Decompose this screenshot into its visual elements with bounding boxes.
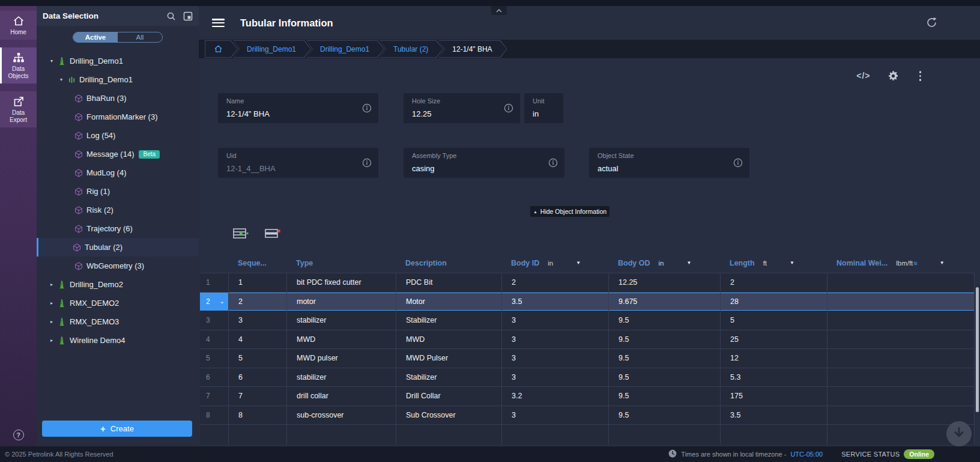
state-field[interactable]: Object Stateactual	[589, 148, 749, 178]
chevron-down-icon[interactable]: ▾	[47, 58, 56, 64]
chevron-down-icon[interactable]: ▾	[57, 77, 65, 82]
info-icon[interactable]	[733, 158, 743, 170]
code-view-icon[interactable]: </>	[856, 71, 870, 81]
table-cell[interactable]	[827, 311, 975, 330]
collapse-panel-tab[interactable]	[491, 6, 507, 15]
row-number-cell[interactable]: 1	[200, 273, 228, 292]
unit-dropdown-caret-icon[interactable]: ▼	[576, 260, 581, 266]
refresh-icon[interactable]	[925, 16, 938, 31]
table-cell[interactable]: 3	[501, 368, 608, 387]
table-cell[interactable]: motor	[286, 293, 396, 311]
tree-item-bharun-3-[interactable]: BhaRun (3)	[37, 89, 199, 108]
table-cell[interactable]: 3	[501, 311, 608, 330]
column-header-body-id[interactable]: Body IDin▼	[501, 259, 608, 267]
chevron-right-icon[interactable]: ▸	[47, 338, 56, 343]
rail-item-home[interactable]: Home	[0, 11, 37, 40]
tree-item-trajectory-6-[interactable]: Trajectory (6)	[37, 219, 199, 238]
table-cell[interactable]: 5	[228, 349, 286, 368]
tree-item-rmx-demo3[interactable]: ▸RMX_DEMO3	[37, 312, 199, 331]
table-cell[interactable]: 3	[501, 349, 608, 368]
table-cell[interactable]: 28	[720, 293, 827, 311]
tree-item-formationmarker-3-[interactable]: FormationMarker (3)	[37, 108, 199, 126]
insert-row-icon[interactable]	[233, 228, 249, 240]
tree-item-wbgeometry-3-[interactable]: WbGeometry (3)	[37, 257, 199, 275]
table-cell[interactable]: 175	[720, 387, 827, 406]
kebab-menu-icon[interactable]	[916, 70, 925, 82]
tree-item-log-54-[interactable]: Log (54)	[37, 126, 199, 145]
info-icon[interactable]	[504, 103, 513, 115]
tree-item-message-14-[interactable]: Message (14)Beta	[37, 145, 199, 163]
table-cell[interactable]: Stabilizer	[396, 368, 501, 387]
info-icon[interactable]	[362, 103, 372, 115]
table-row[interactable]: 66stabilizerStabilizer39.55.3	[200, 368, 975, 387]
row-number-cell[interactable]: 5	[200, 349, 228, 368]
chevron-right-icon[interactable]: ▸	[47, 282, 56, 287]
dock-panel-icon[interactable]	[183, 11, 193, 21]
breadcrumb-item[interactable]: Drilling_Demo1	[233, 40, 311, 58]
chevron-right-icon[interactable]: ▸	[47, 319, 56, 324]
table-cell[interactable]: stabilizer	[286, 368, 396, 387]
row-number-cell[interactable]: 8	[200, 406, 228, 425]
help-icon[interactable]: ?	[13, 430, 24, 440]
row-menu-chevron-icon[interactable]: ⌄	[220, 299, 225, 305]
menu-icon[interactable]	[212, 19, 225, 27]
table-cell[interactable]: 12.25	[608, 273, 720, 292]
table-cell[interactable]	[827, 293, 975, 311]
table-cell[interactable]	[827, 349, 975, 368]
table-cell[interactable]	[827, 387, 975, 406]
chevron-right-icon[interactable]: ▸	[47, 300, 56, 306]
table-cell[interactable]	[827, 330, 975, 349]
tree-item-drilling-demo2[interactable]: ▸Drilling_Demo2	[37, 275, 199, 294]
table-cell[interactable]: MWD pulser	[286, 349, 396, 368]
assembly-field[interactable]: Assembly Typecasing	[404, 148, 564, 178]
tree-item-mudlog-4-[interactable]: MudLog (4)	[37, 163, 199, 182]
column-header-length[interactable]: Lengthft▼	[720, 259, 827, 267]
column-header-body-od[interactable]: Body ODin▼	[608, 259, 720, 267]
table-cell[interactable]: 6	[228, 368, 286, 387]
row-number-cell[interactable]: 3	[200, 311, 228, 330]
table-cell[interactable]: 1	[228, 273, 286, 292]
tree-item-drilling-demo1[interactable]: ▾Drilling_Demo1	[37, 70, 199, 89]
timezone-value[interactable]: UTC-05:00	[790, 451, 823, 458]
vertical-scrollbar[interactable]	[976, 287, 979, 412]
table-cell[interactable]: 9.5	[608, 368, 720, 387]
rail-item-data-export[interactable]: DataExport	[0, 91, 37, 127]
table-cell[interactable]: MWD	[396, 330, 501, 349]
column-header-description[interactable]: Description	[396, 259, 501, 267]
table-cell[interactable]: MWD	[286, 330, 396, 349]
row-number-cell[interactable]: 7	[200, 387, 228, 406]
table-cell[interactable]: 5.3	[720, 368, 827, 387]
tree-item-wireline-demo4[interactable]: ▸Wireline Demo4	[37, 331, 199, 350]
row-number-cell[interactable]: 6	[200, 368, 228, 387]
table-cell[interactable]	[827, 368, 975, 387]
table-cell[interactable]: 25	[720, 330, 827, 349]
table-cell[interactable]	[827, 406, 975, 425]
row-number-cell[interactable]: 4	[200, 330, 228, 349]
table-cell[interactable]: Drill Collar	[396, 387, 501, 406]
toggle-option-active[interactable]: Active	[73, 32, 118, 42]
table-cell[interactable]: 12	[720, 349, 827, 368]
table-cell[interactable]: 9.5	[608, 406, 720, 425]
column-header-seque-[interactable]: Seque...	[228, 259, 286, 267]
table-cell[interactable]: drill collar	[286, 387, 396, 406]
table-cell[interactable]: Stabilizer	[396, 311, 501, 330]
table-cell[interactable]: 3.5	[720, 406, 827, 425]
table-row[interactable]: 2⌄2motorMotor3.59.67528	[200, 292, 975, 311]
info-icon[interactable]	[548, 158, 558, 170]
table-row[interactable]: 44MWDMWD39.525	[200, 330, 975, 349]
table-row[interactable]: 33stabilizerStabilizer39.55	[200, 311, 975, 330]
tree-item-risk-2-[interactable]: Risk (2)	[37, 201, 199, 219]
table-cell[interactable]: 9.5	[608, 311, 720, 330]
breadcrumb-home[interactable]	[205, 40, 238, 58]
table-cell[interactable]: 9.5	[608, 330, 720, 349]
gear-icon[interactable]	[888, 70, 899, 82]
table-cell[interactable]: 3	[501, 406, 608, 425]
table-cell[interactable]: 3	[228, 311, 286, 330]
table-row[interactable]: 77drill collarDrill Collar3.29.5175	[200, 386, 975, 406]
create-button[interactable]: + Create	[42, 421, 192, 437]
table-row[interactable]: 88sub-crossoverSub Crossover39.53.5	[200, 406, 975, 425]
table-cell[interactable]: 3.5	[501, 293, 608, 311]
table-row[interactable]: 55MWD pulserMWD Pulser39.512	[200, 348, 975, 368]
column-header-nominal-wei-[interactable]: Nominal Wei...lbm/ft≡▼	[827, 259, 975, 267]
unit-dropdown-caret-icon[interactable]: ▼	[686, 260, 691, 266]
